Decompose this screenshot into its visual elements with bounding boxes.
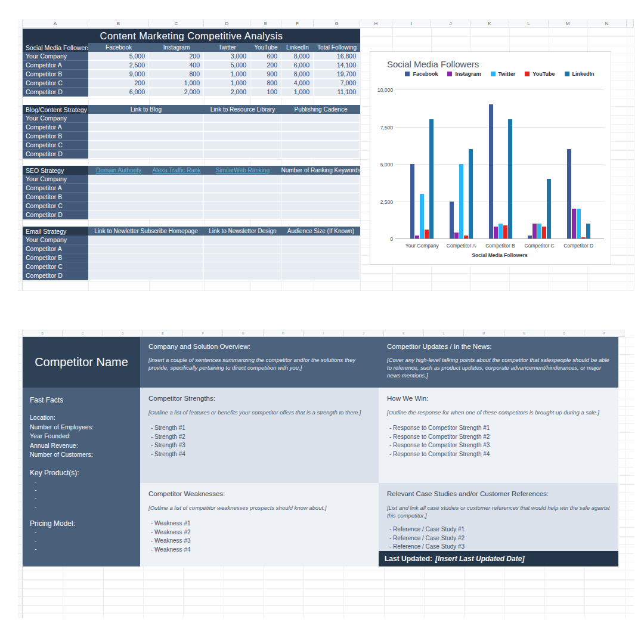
row-label-cell[interactable]: Your Company <box>23 114 88 123</box>
value-cell[interactable]: 3,000 <box>204 52 250 61</box>
column-header-B[interactable]: B <box>88 20 149 27</box>
empty-cell[interactable] <box>281 244 360 253</box>
empty-cell[interactable] <box>88 184 204 193</box>
column-header-cell[interactable]: Total Following <box>314 43 360 52</box>
row-label-cell[interactable]: Competitor A <box>23 123 88 132</box>
column-header-L[interactable]: L <box>509 20 549 27</box>
column-header-B[interactable]: B <box>23 330 63 336</box>
value-cell[interactable]: 5,000 <box>88 52 149 61</box>
value-cell[interactable]: 200 <box>88 79 149 88</box>
column-header-C[interactable]: C <box>63 330 103 336</box>
column-header-H[interactable]: H <box>360 20 392 27</box>
column-header-M[interactable]: M <box>464 330 504 336</box>
column-header-cell[interactable]: YouTube <box>250 43 281 52</box>
column-header-cell[interactable]: Facebook <box>88 43 149 52</box>
column-header-M[interactable]: M <box>549 20 587 27</box>
column-header-K[interactable]: K <box>384 330 424 336</box>
strengths-section[interactable]: Competitor Strengths: [Outline a list of… <box>140 388 379 483</box>
seo-section-label[interactable]: SEO Strategy <box>23 166 88 175</box>
empty-cell[interactable] <box>204 132 281 141</box>
empty-cell[interactable] <box>88 132 204 141</box>
domain-authority-link[interactable]: Domain Authority <box>88 166 149 175</box>
empty-cell[interactable] <box>88 253 204 262</box>
column-header-J[interactable]: J <box>343 330 383 336</box>
column-header-O[interactable]: O <box>544 330 584 336</box>
column-header-D[interactable]: D <box>103 330 143 336</box>
empty-cell[interactable] <box>88 193 204 202</box>
empty-cell[interactable] <box>204 210 281 219</box>
empty-cell[interactable] <box>281 236 360 244</box>
value-cell[interactable]: 1,000 <box>204 70 250 79</box>
row-label-cell[interactable]: Competitor B <box>23 132 88 141</box>
value-cell[interactable]: 2,500 <box>88 61 149 70</box>
value-cell[interactable]: 14,100 <box>314 61 360 70</box>
column-header-C[interactable]: C <box>149 20 204 27</box>
fast-facts-sidebar[interactable]: Fast FactsLocation:Number of Employees:Y… <box>23 388 140 566</box>
row-label-cell[interactable]: Competitor B <box>23 253 88 262</box>
value-cell[interactable]: 19,700 <box>314 70 360 79</box>
alexa-traffic-rank-link[interactable]: Alexa Traffic Rank <box>149 166 204 175</box>
empty-cell[interactable] <box>281 271 360 280</box>
value-cell[interactable]: 8,000 <box>281 52 314 61</box>
column-header-J[interactable]: J <box>431 20 470 27</box>
empty-cell[interactable] <box>281 141 360 150</box>
empty-cell[interactable] <box>88 271 204 280</box>
overview-header-cell[interactable]: Company and Solution Overview: [Insert a… <box>140 337 379 388</box>
column-header-I[interactable]: I <box>392 20 431 27</box>
empty-cell[interactable] <box>281 150 360 159</box>
last-updated-bar[interactable]: Last Updated: [Insert Last Updated Date] <box>379 551 618 566</box>
value-cell[interactable]: 5,000 <box>204 61 250 70</box>
value-cell[interactable]: 6,000 <box>281 61 314 70</box>
empty-cell[interactable] <box>88 123 204 132</box>
empty-cell[interactable] <box>88 210 204 219</box>
column-header-I[interactable]: I <box>304 330 343 336</box>
empty-cell[interactable] <box>204 244 281 253</box>
value-cell[interactable]: 11,100 <box>314 88 360 97</box>
empty-cell[interactable] <box>204 193 281 202</box>
value-cell[interactable]: 1,000 <box>149 79 204 88</box>
row-label-cell[interactable]: Competitor C <box>23 141 88 150</box>
row-label-cell[interactable]: Competitor C <box>23 262 88 271</box>
column-header-cell[interactable]: Publishing Cadence <box>281 105 360 114</box>
empty-cell[interactable] <box>88 141 204 150</box>
blog-section-label[interactable]: Blog/Content Strategy <box>23 105 88 114</box>
weaknesses-section[interactable]: Competitor Weaknesses: [Outline a list o… <box>140 483 379 566</box>
case-studies-section[interactable]: Relevant Case Studies and/or Customer Re… <box>379 483 618 551</box>
row-label-cell[interactable]: Competitor D <box>23 271 88 280</box>
column-header-D[interactable]: D <box>204 20 250 27</box>
empty-cell[interactable] <box>281 123 360 132</box>
column-header-cell[interactable]: Link to Blog <box>88 105 204 114</box>
value-cell[interactable]: 2,000 <box>204 88 250 97</box>
empty-cell[interactable] <box>88 202 204 210</box>
value-cell[interactable]: 200 <box>250 61 281 70</box>
column-header-G[interactable]: G <box>314 20 360 27</box>
empty-cell[interactable] <box>204 123 281 132</box>
row-label-cell[interactable]: Competitor A <box>23 184 88 193</box>
value-cell[interactable]: 800 <box>250 79 281 88</box>
row-label-cell[interactable]: Competitor C <box>23 202 88 210</box>
value-cell[interactable]: 900 <box>250 70 281 79</box>
updates-header-cell[interactable]: Competitor Updates / In the News: [Cover… <box>379 337 618 388</box>
value-cell[interactable]: 800 <box>149 70 204 79</box>
empty-cell[interactable] <box>88 175 204 184</box>
empty-cell[interactable] <box>204 271 281 280</box>
column-header-G[interactable]: G <box>223 330 263 336</box>
column-header-cell[interactable]: Number of Ranking Keywords <box>281 166 360 175</box>
row-label-cell[interactable]: Competitor B <box>23 70 88 79</box>
empty-cell[interactable] <box>204 253 281 262</box>
empty-cell[interactable] <box>281 210 360 219</box>
empty-cell[interactable] <box>204 175 281 184</box>
column-header-cell[interactable]: Link to Newletter Subscribe Homepage <box>88 227 204 236</box>
empty-cell[interactable] <box>88 262 204 271</box>
column-header-K[interactable]: K <box>470 20 509 27</box>
empty-cell[interactable] <box>281 132 360 141</box>
column-header-cell[interactable]: Twitter <box>204 43 250 52</box>
column-header-E[interactable]: E <box>250 20 281 27</box>
empty-cell[interactable] <box>88 236 204 244</box>
row-label-cell[interactable]: Your Company <box>23 52 88 61</box>
row-label-cell[interactable]: Competitor D <box>23 88 88 97</box>
column-header-N[interactable]: N <box>587 20 627 27</box>
empty-cell[interactable] <box>281 262 360 271</box>
empty-cell[interactable] <box>88 114 204 123</box>
value-cell[interactable]: 1,000 <box>204 79 250 88</box>
